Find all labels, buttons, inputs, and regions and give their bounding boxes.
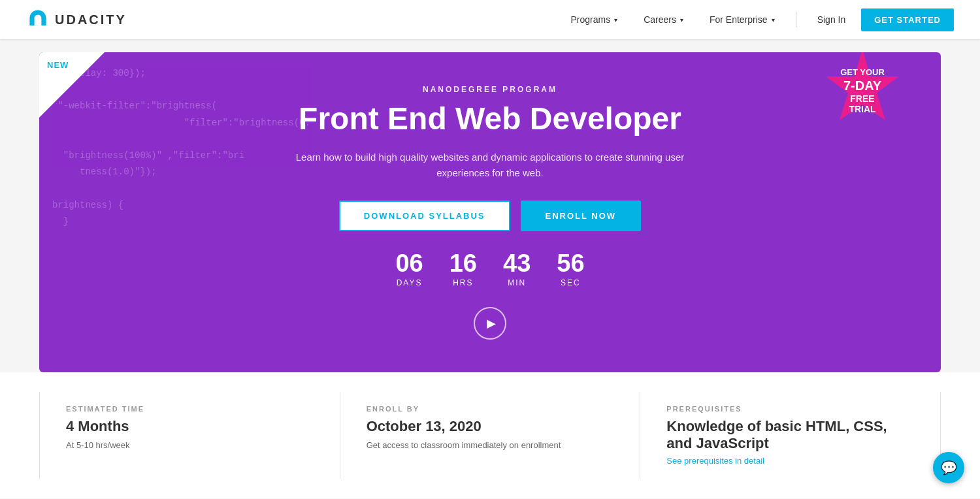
new-badge: NEW xyxy=(39,52,105,118)
countdown-min: 43 MIN xyxy=(503,251,531,287)
nav-divider xyxy=(796,12,796,27)
new-badge-text: NEW xyxy=(47,60,69,70)
trial-badge[interactable]: GET YOUR 7-DAY FREE TRIAL xyxy=(817,52,908,137)
nav-enterprise[interactable]: For Enterprise ▾ xyxy=(699,9,785,30)
logo[interactable]: UDACITY xyxy=(26,8,127,31)
prerequisites-link[interactable]: See prerequisites in detail xyxy=(666,456,914,466)
chevron-down-icon: ▾ xyxy=(614,16,617,24)
navbar: UDACITY Programs ▾ Careers ▾ For Enterpr… xyxy=(0,0,980,39)
getstarted-button[interactable]: GET STARTED xyxy=(861,8,954,31)
udacity-logo-icon xyxy=(26,8,50,31)
hero-content: NANODEGREE PROGRAM Front End Web Develop… xyxy=(294,85,686,340)
chat-button[interactable]: 💬 xyxy=(933,452,964,483)
info-estimated-time: ESTIMATED TIME 4 Months At 5-10 hrs/week xyxy=(39,392,340,479)
enroll-now-button[interactable]: ENROLL NOW xyxy=(521,201,642,231)
hero-buttons: DOWNLOAD SYLLABUS ENROLL NOW xyxy=(294,201,686,231)
trial-badge-text: GET YOUR 7-DAY FREE TRIAL xyxy=(840,67,885,115)
download-syllabus-button[interactable]: DOWNLOAD SYLLABUS xyxy=(339,201,510,231)
chevron-down-icon: ▾ xyxy=(772,16,775,24)
info-section: ESTIMATED TIME 4 Months At 5-10 hrs/week… xyxy=(0,372,980,498)
chevron-down-icon: ▾ xyxy=(680,16,683,24)
signin-button[interactable]: Sign In xyxy=(807,9,857,30)
hero-section: delay: 300}); "-webkit-filter":"brightne… xyxy=(39,52,941,372)
hero-subtitle: NANODEGREE PROGRAM xyxy=(294,85,686,94)
play-icon: ▶ xyxy=(487,316,496,330)
hero-title: Front End Web Developer xyxy=(294,102,686,137)
info-enroll-by: ENROLL BY October 13, 2020 Get access to… xyxy=(340,392,641,479)
play-button[interactable]: ▶ xyxy=(474,307,506,340)
hero-description: Learn how to build high quality websites… xyxy=(294,150,686,181)
countdown-sec: 56 SEC xyxy=(557,251,584,287)
countdown-hrs: 16 HRS xyxy=(449,251,477,287)
info-prerequisites: PREREQUISITES Knowledge of basic HTML, C… xyxy=(640,392,941,479)
countdown-days: 06 DAYS xyxy=(395,251,423,287)
nav-careers[interactable]: Careers ▾ xyxy=(633,9,694,30)
hero-wrapper: delay: 300}); "-webkit-filter":"brightne… xyxy=(0,39,980,372)
countdown-timer: 06 DAYS 16 HRS 43 MIN 56 SEC xyxy=(294,251,686,287)
chat-icon: 💬 xyxy=(941,460,957,475)
nav-links: Programs ▾ Careers ▾ For Enterprise ▾ Si… xyxy=(560,8,954,31)
nav-programs[interactable]: Programs ▾ xyxy=(560,9,628,30)
logo-text: UDACITY xyxy=(55,12,127,27)
